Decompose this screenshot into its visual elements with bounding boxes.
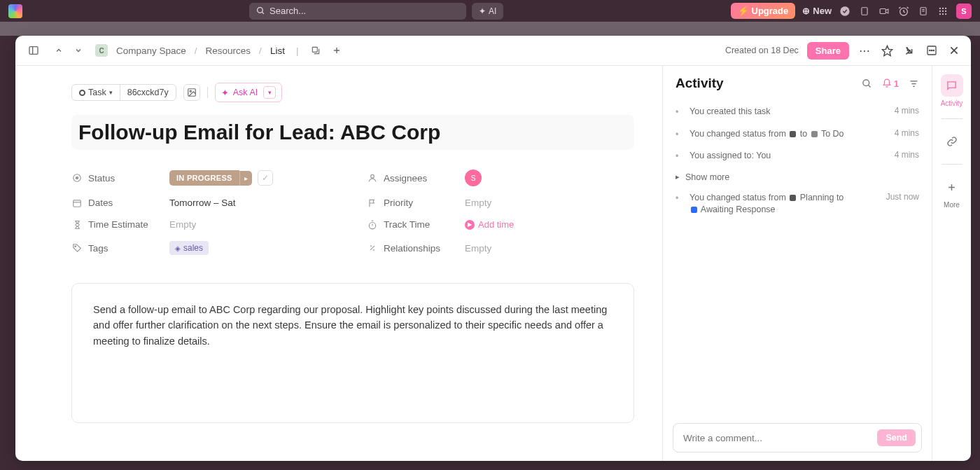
calendar-icon [71,198,83,208]
prev-task-icon[interactable] [50,42,67,59]
sparkle-icon: ✦ [221,88,229,98]
activity-panel: Activity 1 • You created this task 4 min… [663,66,932,461]
ai-button[interactable]: ✦ AI [472,3,503,20]
complete-check-icon[interactable]: ✓ [258,170,273,186]
flag-icon [367,198,378,208]
notepad-icon[interactable] [917,5,930,18]
move-icon[interactable] [309,42,322,59]
svg-rect-38 [74,200,81,206]
svg-point-0 [258,8,263,13]
video-icon[interactable] [878,5,890,18]
tag-sales[interactable]: ◈sales [169,241,209,255]
right-rail: Activity More [932,66,971,461]
app-top-bar: Search... ✦ AI ⚡ Upgrade ⊕ New [0,0,980,22]
dates-label: Dates [88,198,113,208]
svg-point-34 [190,90,191,92]
check-circle-icon[interactable] [839,5,851,18]
svg-point-9 [939,7,941,8]
svg-point-29 [931,50,932,50]
image-icon[interactable] [183,84,200,101]
task-type-dot-icon [79,90,85,96]
filter-icon[interactable] [909,78,919,89]
svg-rect-18 [29,47,38,55]
hourglass-icon [71,220,83,230]
task-type-chip[interactable]: Task▾ 86cxckd7y [71,84,176,101]
app-logo[interactable] [8,4,22,18]
share-button[interactable]: Share [807,42,849,60]
assignee-avatar[interactable]: S [465,170,482,186]
svg-point-42 [863,79,869,85]
sidebar-toggle-icon[interactable] [25,42,42,59]
task-main-column: Task▾ 86cxckd7y ✦ Ask AI ▾ Follow-up Ema… [15,66,663,461]
relationships-icon [367,243,378,253]
svg-rect-20 [313,47,318,52]
next-status-icon[interactable]: ▸ [239,171,252,186]
background-hint [0,22,980,36]
assignees-label: Assignees [384,173,427,184]
created-on-label: Created on 18 Dec [725,46,799,55]
show-more-button[interactable]: ▸ Show more [676,167,919,187]
next-task-icon[interactable] [70,42,87,59]
notification-badge[interactable]: 1 [882,78,899,89]
add-time-button[interactable]: ▶Add time [465,219,514,230]
activity-title: Activity [676,76,724,91]
alarm-icon[interactable] [897,5,910,18]
apps-grid-icon[interactable] [937,5,949,18]
svg-rect-4 [880,8,886,13]
upgrade-button[interactable]: ⚡ Upgrade [731,3,796,19]
tags-label: Tags [88,243,108,254]
activity-item: • You assigned to: You 4 mins [676,145,919,167]
svg-point-37 [371,174,374,178]
more-menu-icon[interactable]: ⋯ [858,44,872,57]
svg-point-28 [930,50,930,50]
track-time-label: Track Time [384,219,430,230]
task-modal: C Company Space / Resources / List | Cre… [15,36,971,461]
search-icon[interactable] [862,78,872,89]
time-estimate-value[interactable]: Empty [169,219,196,230]
close-icon[interactable] [947,45,961,56]
send-button[interactable]: Send [877,429,916,446]
person-icon [367,173,378,183]
rail-link-button[interactable] [941,130,963,153]
favorite-icon[interactable] [880,45,894,57]
relationships-value[interactable]: Empty [465,243,491,254]
modal-header: C Company Space / Resources / List | Cre… [15,36,971,66]
task-id-chip[interactable]: 86cxckd7y [120,85,176,100]
stopwatch-icon [367,220,378,230]
tag-icon: ◈ [175,244,181,252]
comment-input[interactable] [683,433,877,443]
plus-circle-icon: ⊕ [802,6,810,16]
add-breadcrumb-icon[interactable] [330,42,343,59]
task-description[interactable]: Send a follow-up email to ABC Corp regar… [71,283,634,423]
search-icon [256,6,265,15]
clipboard-icon[interactable] [858,5,871,18]
minimize-icon[interactable] [902,46,916,56]
breadcrumb-space[interactable]: Company Space [116,46,186,56]
tag-icon [71,243,83,253]
dates-value[interactable]: Tomorrow – Sat [169,198,236,208]
svg-point-13 [942,10,944,11]
rail-add-button[interactable] [941,176,963,198]
svg-point-17 [945,13,946,14]
status-label: Status [88,173,115,184]
comment-box[interactable]: Send [673,423,922,452]
task-title[interactable]: Follow-up Email for Lead: ABC Corp [71,115,634,150]
svg-point-12 [939,10,941,11]
sparkle-icon: ✦ [479,6,486,16]
breadcrumb-folder[interactable]: Resources [206,46,251,56]
svg-point-30 [933,50,934,50]
rail-activity-button[interactable] [941,74,963,97]
rail-more-label: More [944,201,960,209]
status-value[interactable]: IN PROGRESS ▸ ✓ [169,170,273,186]
expand-icon[interactable] [925,45,939,56]
play-icon: ▶ [465,220,475,230]
global-search[interactable]: Search... [249,3,466,20]
relationships-label: Relationships [384,243,440,254]
user-avatar[interactable]: S [956,4,972,19]
ask-ai-button[interactable]: ✦ Ask AI ▾ [215,83,282,102]
priority-value[interactable]: Empty [465,198,491,208]
breadcrumb-list[interactable]: List [270,46,285,56]
chevron-down-icon[interactable]: ▾ [263,86,276,99]
new-button[interactable]: ⊕ New [802,6,832,16]
svg-point-41 [75,246,76,247]
